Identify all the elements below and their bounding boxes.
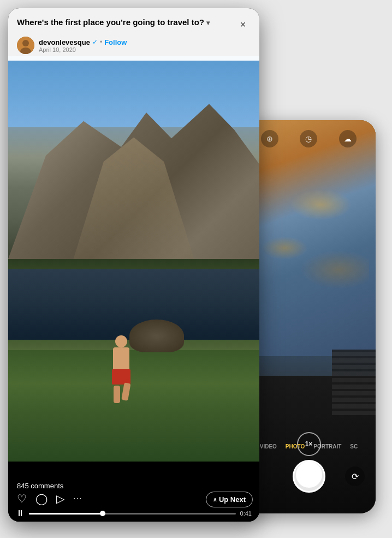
video-header: Where's the first place you're going to … <box>8 8 259 61</box>
grass-area <box>8 350 259 462</box>
camera-mode-video[interactable]: VIDEO <box>258 442 279 451</box>
progress-thumb <box>100 511 105 516</box>
username-label[interactable]: devonlevesque <box>39 38 90 46</box>
follow-button[interactable]: Follow <box>104 38 127 46</box>
close-button[interactable]: × <box>235 17 251 32</box>
up-next-chevron-icon: ∧ <box>213 496 217 502</box>
comment-button[interactable]: ◯ <box>35 492 47 505</box>
avatar <box>17 37 34 54</box>
camera-search-icon[interactable]: ⊕ <box>261 130 278 147</box>
header-user-row: devonlevesque ✓ • Follow April 10, 2020 <box>17 37 251 54</box>
shutter-button[interactable] <box>293 460 325 493</box>
video-controls: 845 comments ♡ ◯ ▷ ··· ∧ Up Next ⏸ 0:41 <box>8 462 259 522</box>
dropdown-arrow-icon[interactable]: ▾ <box>206 19 210 27</box>
verified-badge-icon: ✓ <box>92 38 98 46</box>
camera-flash-icon[interactable]: ☁ <box>339 130 357 147</box>
person-left-leg <box>114 386 120 403</box>
person-legs <box>109 386 133 403</box>
play-pause-button[interactable]: ⏸ <box>16 509 25 518</box>
time-display: 0:41 <box>240 510 252 517</box>
post-title-text: Where's the first place you're going to … <box>17 17 204 27</box>
person-body <box>113 347 129 369</box>
post-title: Where's the first place you're going to … <box>17 17 235 28</box>
action-buttons: ♡ ◯ ▷ ··· <box>17 492 82 505</box>
share-button[interactable]: ▷ <box>56 492 64 505</box>
camera-building <box>332 350 376 415</box>
camera-mode-photo[interactable]: PHOTO <box>283 442 307 451</box>
up-next-button[interactable]: ∧ Up Next <box>206 492 253 507</box>
progress-fill <box>29 513 105 515</box>
camera-timer-icon[interactable]: ◷ <box>300 130 317 147</box>
camera-mode-portrait[interactable]: PORTRAIT <box>311 442 343 451</box>
progress-bar-area: ⏸ 0:41 <box>8 509 259 518</box>
video-bottom-half <box>8 259 259 462</box>
sky-area <box>8 56 259 127</box>
post-date: April 10, 2020 <box>39 46 251 53</box>
dot-separator: • <box>100 38 102 46</box>
video-top-half <box>8 56 259 259</box>
progress-track[interactable] <box>29 513 236 515</box>
camera-card: ⊕ ◷ ☁ 1× VIDEO PHOTO PORTRAIT SC ⟳ <box>242 120 376 513</box>
video-area[interactable] <box>8 56 259 462</box>
like-button[interactable]: ♡ <box>17 492 27 505</box>
person-right-leg <box>121 382 130 401</box>
svg-point-1 <box>22 40 29 46</box>
comments-count: 845 comments <box>17 482 63 490</box>
user-info: devonlevesque ✓ • Follow April 10, 2020 <box>39 38 251 53</box>
rocks-area <box>129 320 184 352</box>
person-silhouette <box>109 335 133 401</box>
camera-modes: VIDEO PHOTO PORTRAIT SC <box>242 442 376 451</box>
person-shorts <box>112 369 130 385</box>
more-options-button[interactable]: ··· <box>73 494 82 504</box>
person-head <box>115 335 127 347</box>
username-row: devonlevesque ✓ • Follow <box>39 38 251 46</box>
camera-flip-icon[interactable]: ⟳ <box>345 466 365 486</box>
header-title-row: Where's the first place you're going to … <box>17 17 251 32</box>
shutter-inner <box>296 462 322 488</box>
video-card: Where's the first place you're going to … <box>8 8 259 522</box>
camera-mode-sc[interactable]: SC <box>348 442 360 451</box>
avatar-image <box>17 37 34 54</box>
camera-background: ⊕ ◷ ☁ 1× VIDEO PHOTO PORTRAIT SC ⟳ <box>242 120 376 513</box>
up-next-label: Up Next <box>219 495 246 504</box>
camera-top-icons: ⊕ ◷ ☁ <box>242 130 376 147</box>
camera-clouds <box>248 140 369 356</box>
